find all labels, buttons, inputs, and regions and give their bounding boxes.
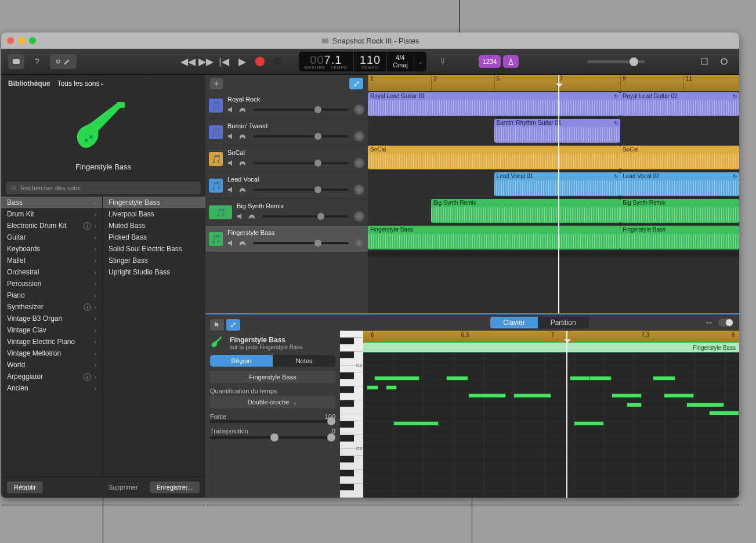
headphones-icon[interactable] [238,106,247,113]
lcd-menu-chevron-icon[interactable]: ⌄ [414,58,426,66]
midi-note[interactable] [627,403,642,407]
piano-key[interactable] [340,331,363,338]
link-toggle[interactable] [718,318,733,327]
library-category-item[interactable]: Orchestral› [1,266,102,278]
region[interactable]: SoCal [368,146,620,169]
headphones-icon[interactable] [238,240,247,247]
headphones-icon[interactable] [238,186,247,193]
mute-icon[interactable] [227,106,236,113]
library-patch-item[interactable]: Liverpool Bass [103,208,205,220]
library-category-item[interactable]: Keyboards› [1,243,102,255]
piano-key[interactable] [340,491,363,498]
track-header[interactable]: 🎵 Lead Vocal [205,172,368,199]
region[interactable]: ↻Burnin' Rhythm Guitar 01 [494,119,621,143]
tuner-button[interactable] [435,54,451,69]
library-patch-item[interactable]: Solid Soul Electric Bass [103,243,205,255]
piano-key[interactable] [340,477,363,484]
library-category-item[interactable]: Percussion› [1,278,102,289]
master-volume-slider[interactable] [587,60,645,63]
region[interactable]: Big Synth Remix [431,199,620,223]
piano-key[interactable] [340,456,354,463]
track-header[interactable]: 🎵 SoCal [205,146,368,172]
lcd-display[interactable]: 007.1 MESURE TEMPS 110 TEMPO 4/4 Cmaj ⌄ [299,52,426,71]
piano-key[interactable] [340,338,354,345]
headphones-icon[interactable] [248,213,256,220]
track-pan-knob[interactable] [354,238,364,248]
loops-browser-button[interactable] [716,54,732,69]
track-volume-slider[interactable] [253,108,349,111]
track-lane[interactable]: ↻Burnin' Rhythm Guitar 01 [368,118,739,144]
tab-score[interactable]: Partition [538,317,589,328]
editor-automation-tool[interactable] [226,319,240,331]
midi-note[interactable] [468,393,506,398]
piano-key[interactable] [340,372,354,379]
headphones-icon[interactable] [238,160,247,166]
mute-icon[interactable] [227,133,236,140]
library-patch-item[interactable]: Picked Bass [103,231,205,243]
track-lane[interactable]: Fingerstyle BassFingerstyle Bass [368,225,739,251]
library-revert-button[interactable]: Rétablir [7,482,43,493]
track-volume-slider[interactable] [253,242,349,244]
track-lane[interactable]: Big Synth RemixBig Synth Remix [368,198,739,225]
region[interactable]: Fingerstyle Bass [368,226,620,249]
track-header[interactable]: 🎵 Fingerstyle Bass [205,226,368,252]
library-category-item[interactable]: Drum Kit› [1,208,102,220]
region[interactable]: Big Synth Remix [620,199,739,223]
library-category-item[interactable]: Vintage Electric Piano› [1,336,102,347]
editor-region-name-field[interactable]: Fingerstyle Bass [210,371,335,383]
play-button[interactable]: ▶ [234,54,250,69]
track-volume-slider[interactable] [262,215,349,218]
track-volume-slider[interactable] [253,162,349,164]
library-category-item[interactable]: Electronic Drum Kit↓› [1,220,102,231]
library-category-item[interactable]: Vintage B3 Organ› [1,313,102,324]
library-category-item[interactable]: Mallet› [1,255,102,266]
forward-button[interactable]: ▶▶ [198,54,214,69]
piano-key[interactable] [340,470,354,477]
strength-slider[interactable] [210,420,335,423]
midi-note[interactable] [686,403,724,407]
region[interactable]: ↻Lead Vocal 01 [494,172,621,196]
track-pan-knob[interactable] [354,131,364,142]
library-patch-item[interactable]: Muted Bass [103,220,205,231]
midi-note[interactable] [653,376,675,381]
record-button[interactable] [252,54,268,69]
midi-note[interactable] [589,376,612,381]
piano-key[interactable] [340,428,363,435]
region[interactable]: ↻Lead Vocal 02 [620,172,739,196]
playhead[interactable] [558,75,559,313]
midi-note[interactable] [664,393,694,398]
piano-key[interactable] [340,345,363,352]
midi-note[interactable] [393,421,439,426]
editor-playhead[interactable] [566,331,567,498]
mute-icon[interactable] [237,213,245,220]
headphones-icon[interactable] [238,133,247,140]
horizontal-zoom-icon[interactable]: ↔ [704,317,714,328]
editor-region-notes-segment[interactable]: Région Notes [210,355,335,367]
piano-key[interactable] [340,484,354,491]
piano-key[interactable] [340,352,354,359]
piano-key[interactable] [340,414,363,421]
go-to-start-button[interactable]: |◀ [216,54,232,69]
library-category-item[interactable]: Piano› [1,289,102,301]
library-category-item[interactable]: Synthesizer↓› [1,301,102,313]
piano-key[interactable] [340,407,363,414]
piano-key[interactable] [340,379,363,386]
editor-ruler[interactable]: 66.377.38 [363,331,739,342]
midi-note[interactable] [513,393,551,398]
midi-note[interactable] [709,411,739,415]
library-patch-item[interactable]: Fingerstyle Bass [103,197,205,208]
editor-pointer-tool[interactable] [210,319,224,331]
help-button[interactable]: ? [29,54,45,69]
metronome-button[interactable] [503,55,519,68]
piano-key[interactable] [340,421,354,428]
track-pan-knob[interactable] [354,211,364,222]
cycle-button[interactable] [270,54,286,69]
add-track-button[interactable]: + [210,78,223,89]
transpose-slider[interactable] [210,436,335,439]
region[interactable]: SoCal [620,146,739,169]
library-toggle-button[interactable] [8,54,24,69]
library-category-item[interactable]: Bass› [1,197,102,208]
midi-note[interactable] [386,385,397,390]
notepad-button[interactable] [696,54,712,69]
library-category-item[interactable]: Guitar› [1,231,102,243]
